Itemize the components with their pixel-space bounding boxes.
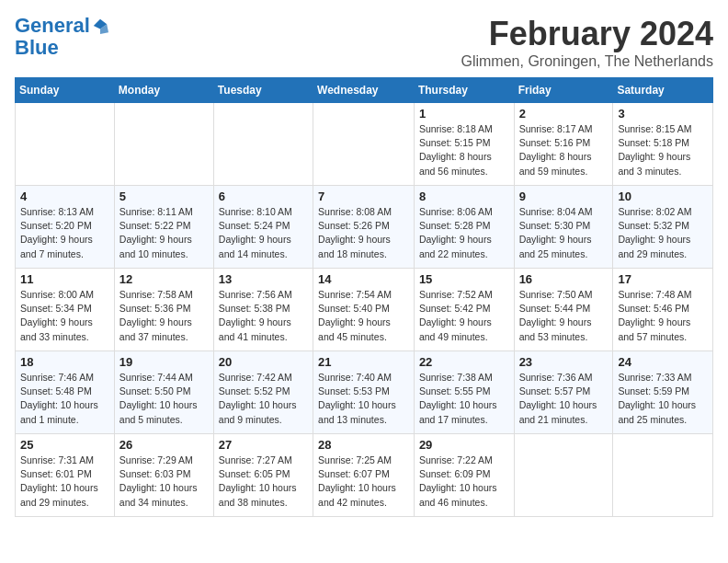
calendar-cell: 6Sunrise: 8:10 AM Sunset: 5:24 PM Daylig… (213, 186, 313, 269)
logo-text: General (15, 15, 90, 37)
day-info: Sunrise: 7:56 AM Sunset: 5:38 PM Dayligh… (219, 288, 308, 344)
header: General Blue February 2024 Glimmen, Gron… (15, 15, 713, 70)
day-info: Sunrise: 7:31 AM Sunset: 6:01 PM Dayligh… (20, 454, 109, 510)
calendar-cell (514, 434, 613, 517)
day-number: 1 (419, 107, 509, 121)
calendar-cell: 5Sunrise: 8:11 AM Sunset: 5:22 PM Daylig… (114, 186, 213, 269)
day-number: 4 (20, 190, 109, 203)
day-info: Sunrise: 8:02 AM Sunset: 5:32 PM Dayligh… (618, 205, 708, 261)
calendar-cell: 28Sunrise: 7:25 AM Sunset: 6:07 PM Dayli… (313, 434, 415, 517)
day-info: Sunrise: 7:52 AM Sunset: 5:42 PM Dayligh… (419, 288, 509, 344)
calendar-cell: 18Sunrise: 7:46 AM Sunset: 5:48 PM Dayli… (16, 351, 115, 434)
day-info: Sunrise: 7:40 AM Sunset: 5:53 PM Dayligh… (318, 371, 409, 427)
day-number: 18 (20, 355, 109, 369)
day-info: Sunrise: 8:08 AM Sunset: 5:26 PM Dayligh… (318, 205, 409, 261)
calendar-cell: 7Sunrise: 8:08 AM Sunset: 5:26 PM Daylig… (313, 186, 415, 269)
calendar-cell: 3Sunrise: 8:15 AM Sunset: 5:18 PM Daylig… (613, 103, 713, 186)
day-number: 16 (519, 272, 609, 286)
calendar-cell: 16Sunrise: 7:50 AM Sunset: 5:44 PM Dayli… (514, 269, 613, 351)
calendar-cell: 29Sunrise: 7:22 AM Sunset: 6:09 PM Dayli… (414, 434, 514, 517)
calendar-week-4: 18Sunrise: 7:46 AM Sunset: 5:48 PM Dayli… (16, 351, 713, 434)
calendar-cell (313, 103, 415, 186)
weekday-header-sunday: Sunday (16, 78, 115, 103)
day-info: Sunrise: 7:36 AM Sunset: 5:57 PM Dayligh… (519, 371, 609, 427)
calendar-cell: 13Sunrise: 7:56 AM Sunset: 5:38 PM Dayli… (213, 269, 313, 351)
day-info: Sunrise: 7:22 AM Sunset: 6:09 PM Dayligh… (419, 454, 509, 510)
weekday-header-wednesday: Wednesday (313, 78, 415, 103)
title-area: February 2024 Glimmen, Groningen, The Ne… (461, 15, 713, 70)
calendar-cell: 9Sunrise: 8:04 AM Sunset: 5:30 PM Daylig… (514, 186, 613, 269)
logo-line2-text: Blue (15, 37, 108, 59)
day-info: Sunrise: 7:27 AM Sunset: 6:05 PM Dayligh… (219, 454, 308, 510)
day-info: Sunrise: 8:13 AM Sunset: 5:20 PM Dayligh… (20, 205, 109, 261)
day-number: 12 (119, 272, 209, 286)
day-info: Sunrise: 7:58 AM Sunset: 5:36 PM Dayligh… (119, 288, 209, 344)
day-info: Sunrise: 8:10 AM Sunset: 5:24 PM Dayligh… (219, 205, 308, 261)
day-info: Sunrise: 7:50 AM Sunset: 5:44 PM Dayligh… (519, 288, 609, 344)
day-info: Sunrise: 7:54 AM Sunset: 5:40 PM Dayligh… (318, 288, 409, 344)
day-number: 6 (219, 190, 308, 203)
day-number: 27 (219, 438, 308, 452)
weekday-header-tuesday: Tuesday (213, 78, 313, 103)
day-info: Sunrise: 7:25 AM Sunset: 6:07 PM Dayligh… (318, 454, 409, 510)
calendar-cell: 4Sunrise: 8:13 AM Sunset: 5:20 PM Daylig… (16, 186, 115, 269)
weekday-header-row: SundayMondayTuesdayWednesdayThursdayFrid… (16, 78, 713, 103)
calendar-cell (16, 103, 115, 186)
logo: General Blue (15, 15, 108, 59)
day-number: 13 (219, 272, 308, 286)
calendar-week-2: 4Sunrise: 8:13 AM Sunset: 5:20 PM Daylig… (16, 186, 713, 269)
day-info: Sunrise: 7:33 AM Sunset: 5:59 PM Dayligh… (618, 371, 708, 427)
day-number: 17 (618, 272, 708, 286)
calendar-cell: 17Sunrise: 7:48 AM Sunset: 5:46 PM Dayli… (613, 269, 713, 351)
calendar-week-5: 25Sunrise: 7:31 AM Sunset: 6:01 PM Dayli… (16, 434, 713, 517)
day-number: 11 (20, 272, 109, 286)
month-title: February 2024 (461, 15, 713, 53)
day-info: Sunrise: 7:46 AM Sunset: 5:48 PM Dayligh… (20, 371, 109, 427)
location-title: Glimmen, Groningen, The Netherlands (461, 53, 713, 70)
logo-bird-icon (92, 17, 108, 34)
day-info: Sunrise: 7:29 AM Sunset: 6:03 PM Dayligh… (119, 454, 209, 510)
calendar-cell: 24Sunrise: 7:33 AM Sunset: 5:59 PM Dayli… (613, 351, 713, 434)
day-info: Sunrise: 8:06 AM Sunset: 5:28 PM Dayligh… (419, 205, 509, 261)
calendar-cell: 25Sunrise: 7:31 AM Sunset: 6:01 PM Dayli… (16, 434, 115, 517)
calendar-cell: 27Sunrise: 7:27 AM Sunset: 6:05 PM Dayli… (213, 434, 313, 517)
day-number: 7 (318, 190, 409, 203)
day-info: Sunrise: 7:44 AM Sunset: 5:50 PM Dayligh… (119, 371, 209, 427)
calendar-week-3: 11Sunrise: 8:00 AM Sunset: 5:34 PM Dayli… (16, 269, 713, 351)
day-number: 26 (119, 438, 209, 452)
calendar-cell: 2Sunrise: 8:17 AM Sunset: 5:16 PM Daylig… (514, 103, 613, 186)
day-number: 15 (419, 272, 509, 286)
day-info: Sunrise: 8:04 AM Sunset: 5:30 PM Dayligh… (519, 205, 609, 261)
day-number: 24 (618, 355, 708, 369)
weekday-header-saturday: Saturday (613, 78, 713, 103)
calendar-week-1: 1Sunrise: 8:18 AM Sunset: 5:15 PM Daylig… (16, 103, 713, 186)
day-number: 21 (318, 355, 409, 369)
day-info: Sunrise: 8:17 AM Sunset: 5:16 PM Dayligh… (519, 122, 609, 178)
day-number: 5 (119, 190, 209, 203)
calendar-cell (213, 103, 313, 186)
calendar-cell: 12Sunrise: 7:58 AM Sunset: 5:36 PM Dayli… (114, 269, 213, 351)
day-number: 10 (618, 190, 708, 203)
calendar-cell (613, 434, 713, 517)
calendar-cell: 1Sunrise: 8:18 AM Sunset: 5:15 PM Daylig… (414, 103, 514, 186)
calendar-cell: 21Sunrise: 7:40 AM Sunset: 5:53 PM Dayli… (313, 351, 415, 434)
weekday-header-monday: Monday (114, 78, 213, 103)
day-number: 8 (419, 190, 509, 203)
day-number: 19 (119, 355, 209, 369)
day-info: Sunrise: 7:38 AM Sunset: 5:55 PM Dayligh… (419, 371, 509, 427)
calendar-body: 1Sunrise: 8:18 AM Sunset: 5:15 PM Daylig… (16, 103, 713, 517)
calendar-table: SundayMondayTuesdayWednesdayThursdayFrid… (15, 77, 713, 517)
logo-line1: General (15, 14, 90, 37)
calendar-cell: 11Sunrise: 8:00 AM Sunset: 5:34 PM Dayli… (16, 269, 115, 351)
calendar-cell: 14Sunrise: 7:54 AM Sunset: 5:40 PM Dayli… (313, 269, 415, 351)
calendar-cell: 20Sunrise: 7:42 AM Sunset: 5:52 PM Dayli… (213, 351, 313, 434)
day-info: Sunrise: 8:11 AM Sunset: 5:22 PM Dayligh… (119, 205, 209, 261)
calendar-cell (114, 103, 213, 186)
day-number: 22 (419, 355, 509, 369)
calendar-header: SundayMondayTuesdayWednesdayThursdayFrid… (16, 78, 713, 103)
day-info: Sunrise: 8:00 AM Sunset: 5:34 PM Dayligh… (20, 288, 109, 344)
calendar-cell: 23Sunrise: 7:36 AM Sunset: 5:57 PM Dayli… (514, 351, 613, 434)
day-info: Sunrise: 7:48 AM Sunset: 5:46 PM Dayligh… (618, 288, 708, 344)
calendar-cell: 15Sunrise: 7:52 AM Sunset: 5:42 PM Dayli… (414, 269, 514, 351)
day-number: 3 (618, 107, 708, 121)
